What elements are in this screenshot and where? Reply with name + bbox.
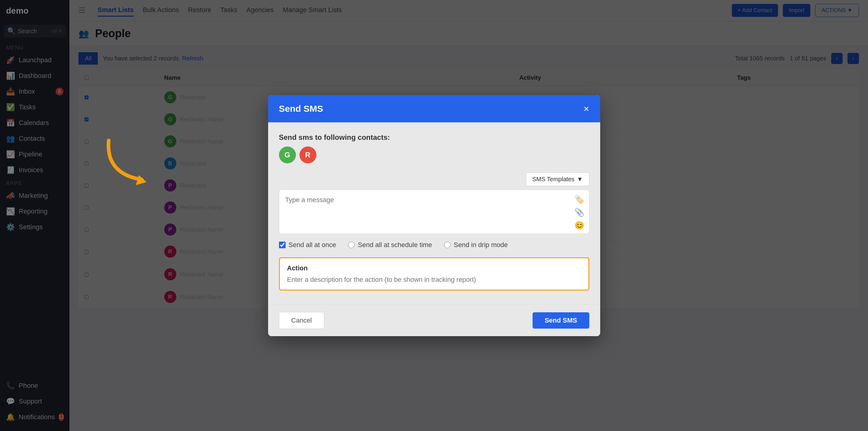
send-in-drip-radio[interactable]	[444, 242, 451, 248]
send-all-at-once-label: Send all at once	[289, 241, 336, 249]
svg-marker-0	[136, 175, 147, 185]
emoji-icon[interactable]: 😊	[575, 221, 584, 230]
send-at-schedule-label: Send all at schedule time	[358, 241, 432, 249]
attachment-icon[interactable]: 📎	[575, 208, 584, 217]
modal-close-button[interactable]: ×	[584, 104, 589, 114]
action-section: Action	[279, 257, 589, 290]
tag-icon[interactable]: 🏷️	[575, 195, 584, 204]
modal-body: Send sms to following contacts: G R SMS …	[268, 122, 600, 304]
option-send-all-at-once[interactable]: Send all at once	[279, 241, 336, 249]
send-in-drip-label: Send in drip mode	[454, 241, 508, 249]
sms-templates-button[interactable]: SMS Templates ▼	[526, 173, 589, 186]
arrow-annotation	[100, 137, 166, 193]
sms-template-row: SMS Templates ▼	[279, 173, 589, 186]
action-input[interactable]	[287, 276, 581, 284]
message-input[interactable]	[285, 196, 583, 226]
message-area: 🏷️ 📎 😊	[279, 190, 589, 234]
send-sms-modal: Send SMS × Send sms to following contact…	[268, 95, 600, 336]
send-sms-button[interactable]: Send SMS	[533, 312, 589, 329]
send-options-row: Send all at once Send all at schedule ti…	[279, 241, 589, 249]
chevron-down-icon: ▼	[577, 176, 583, 183]
option-send-in-drip[interactable]: Send in drip mode	[444, 241, 508, 249]
cancel-button[interactable]: Cancel	[279, 312, 324, 329]
contact-avatar-r: R	[300, 147, 316, 163]
modal-header: Send SMS ×	[268, 95, 600, 122]
modal-overlay: Send SMS × Send sms to following contact…	[0, 0, 868, 431]
modal-footer: Cancel Send SMS	[268, 304, 600, 336]
contacts-label: Send sms to following contacts:	[279, 133, 589, 142]
contact-avatars: G R	[279, 147, 589, 163]
modal-title: Send SMS	[279, 103, 323, 114]
message-icons: 🏷️ 📎 😊	[575, 195, 584, 230]
action-label: Action	[287, 264, 581, 272]
option-send-at-schedule[interactable]: Send all at schedule time	[348, 241, 432, 249]
send-all-at-once-checkbox[interactable]	[279, 242, 286, 248]
contact-avatar-g: G	[279, 147, 296, 163]
send-at-schedule-radio[interactable]	[348, 242, 355, 248]
sms-templates-label: SMS Templates	[532, 176, 575, 183]
